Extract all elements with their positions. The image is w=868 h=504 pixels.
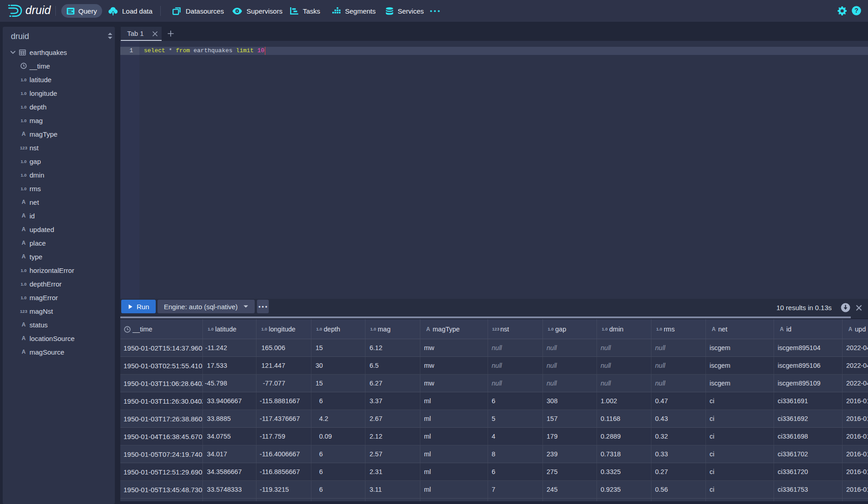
svg-text:?: ? [854,7,858,14]
